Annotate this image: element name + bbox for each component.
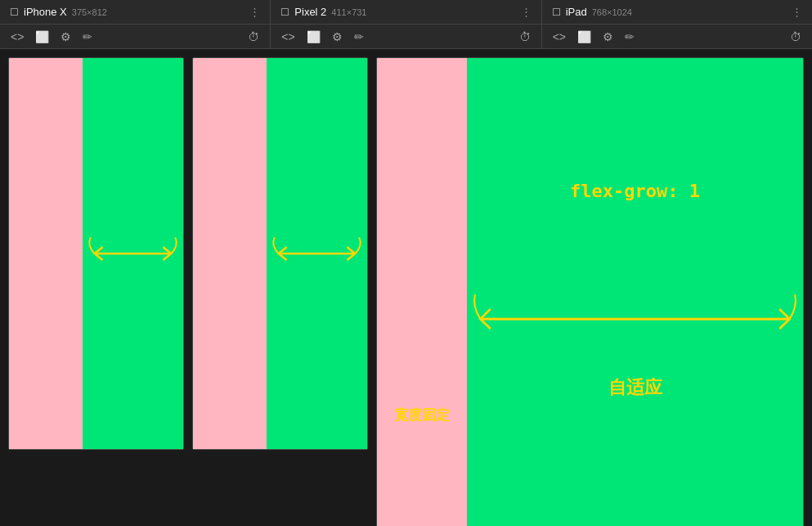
iphone-edit-icon[interactable]: ✏ (80, 29, 95, 45)
pixel-code-icon[interactable]: <> (279, 29, 297, 45)
pixel-device-icon: ☐ (280, 7, 289, 18)
ipad-code-icon[interactable]: <> (550, 29, 568, 45)
pixel-arrow-svg (267, 58, 367, 449)
iphone-settings-icon[interactable]: ⚙ (58, 29, 74, 45)
pixel-edit-icon[interactable]: ✏ (352, 29, 366, 45)
ipad-arrow-svg (467, 58, 803, 526)
pixel-frame (192, 57, 368, 450)
iphone-more-icon[interactable]: ⋮ (249, 6, 260, 18)
iphone-size: 375×812 (72, 7, 107, 17)
iphone-frame (8, 57, 184, 450)
iphone-arrow-svg (83, 58, 183, 449)
ipad-fixed-label: 宽度固定 (377, 406, 467, 425)
ipad-pink-panel: 宽度固定 (377, 58, 467, 526)
ipad-time-icon[interactable]: ⏱ (787, 29, 804, 45)
ipad-frame: 宽度固定 flex-grow: 1 (376, 57, 804, 526)
pixel-settings-icon[interactable]: ⚙ (330, 29, 345, 45)
pixel-toolbar: <> ⬜ ⚙ ✏ ⏱ (271, 25, 541, 48)
ipad-frame-icon[interactable]: ⬜ (575, 29, 594, 45)
iphone-pink-panel (9, 58, 83, 449)
iphone-device-icon: ☐ (10, 7, 19, 18)
pixel-size: 411×731 (331, 7, 366, 17)
ipad-name: iPad (566, 6, 587, 18)
iphone-name: iPhone X (24, 6, 67, 18)
iphone-code-icon[interactable]: <> (8, 29, 26, 45)
iphone-time-icon[interactable]: ⏱ (245, 29, 262, 45)
iphone-toolbar: <> ⬜ ⚙ ✏ ⏱ (0, 25, 271, 48)
toolbar-row: <> ⬜ ⚙ ✏ ⏱ <> ⬜ ⚙ ✏ ⏱ <> ⬜ ⚙ ✏ ⏱ (0, 25, 812, 49)
main-content: 宽度固定 flex-grow: 1 (0, 49, 812, 526)
ipad-edit-icon[interactable]: ✏ (622, 29, 637, 45)
ipad-size: 768×1024 (592, 7, 632, 17)
pixel-green-panel (267, 58, 367, 449)
pixel-frame-icon[interactable]: ⬜ (304, 29, 323, 45)
ipad-more-icon[interactable]: ⋮ (792, 6, 802, 18)
ipad-green-panel: flex-grow: 1 自适应 (467, 58, 803, 526)
pixel-time-icon[interactable]: ⏱ (517, 29, 533, 45)
ipad-flex-grow-label: flex-grow: 1 (467, 181, 803, 201)
iphone-green-panel (83, 58, 183, 449)
iphone-frame-icon[interactable]: ⬜ (33, 29, 52, 45)
device-tab-iphone[interactable]: ☐ iPhone X 375×812 ⋮ (0, 0, 271, 24)
device-tab-pixel[interactable]: ☐ Pixel 2 411×731 ⋮ (271, 0, 541, 24)
ipad-adaptive-label: 自适应 (467, 375, 803, 400)
devices-bar: ☐ iPhone X 375×812 ⋮ ☐ Pixel 2 411×731 ⋮… (0, 0, 812, 25)
pixel-pink-panel (193, 58, 267, 449)
ipad-device-icon: ☐ (552, 7, 561, 18)
device-tab-ipad[interactable]: ☐ iPad 768×1024 ⋮ (542, 0, 812, 24)
ipad-settings-icon[interactable]: ⚙ (600, 29, 616, 45)
ipad-toolbar: <> ⬜ ⚙ ✏ ⏱ (542, 25, 812, 48)
pixel-more-icon[interactable]: ⋮ (521, 6, 532, 18)
pixel-name: Pixel 2 (294, 6, 326, 18)
